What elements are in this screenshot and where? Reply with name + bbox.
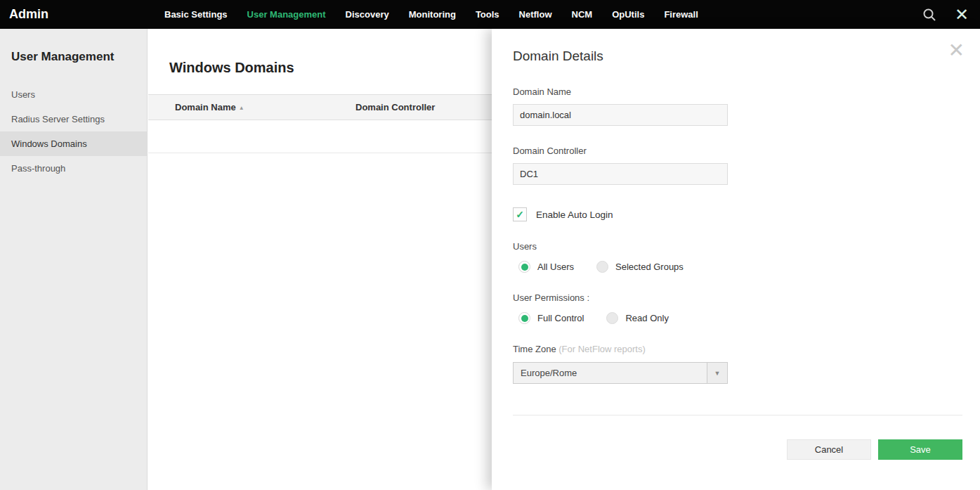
- timezone-label-text: Time Zone: [513, 344, 556, 354]
- nav-netflow[interactable]: Netflow: [509, 0, 562, 29]
- domain-controller-label: Domain Controller: [513, 146, 962, 156]
- column-header-domain-controller[interactable]: Domain Controller: [355, 102, 435, 112]
- search-icon[interactable]: [922, 8, 936, 22]
- topbar-close-icon[interactable]: ✕: [955, 8, 969, 22]
- panel-title: Domain Details: [513, 49, 962, 64]
- timezone-select[interactable]: Europe/Rome ▼: [513, 362, 728, 384]
- cancel-button[interactable]: Cancel: [787, 439, 871, 460]
- read-only-label: Read Only: [625, 313, 668, 323]
- chevron-down-icon: ▼: [714, 370, 721, 377]
- column-header-domain-name-label: Domain Name: [175, 102, 236, 112]
- radio-dot: [521, 264, 528, 271]
- timezone-selected-value: Europe/Rome: [514, 363, 707, 383]
- nav-ncm[interactable]: NCM: [562, 0, 603, 29]
- timezone-label: Time Zone (For NetFlow reports): [513, 344, 962, 354]
- all-users-label: All Users: [537, 262, 574, 272]
- full-control-label: Full Control: [537, 313, 584, 323]
- auto-login-checkbox[interactable]: ✓: [513, 207, 527, 221]
- panel-footer: Cancel Save: [513, 439, 962, 460]
- permissions-radio-group: Full Control Read Only: [513, 312, 962, 324]
- full-control-radio[interactable]: [518, 312, 530, 324]
- timezone-hint: (For NetFlow reports): [558, 344, 646, 354]
- radio-dot: [521, 315, 528, 322]
- domain-details-panel: Domain Details ✕ Domain Name Domain Cont…: [492, 29, 980, 490]
- sidebar-item-windows-domains[interactable]: Windows Domains: [0, 131, 147, 156]
- sort-asc-icon: ▲: [239, 105, 244, 111]
- column-header-domain-name[interactable]: Domain Name▲: [148, 102, 355, 112]
- timezone-dropdown-button[interactable]: ▼: [707, 363, 727, 383]
- sidebar-item-pass-through[interactable]: Pass-through: [0, 156, 147, 181]
- nav-tools[interactable]: Tools: [466, 0, 509, 29]
- sidebar: User Management Users Radius Server Sett…: [0, 29, 148, 490]
- user-permissions-label: User Permissions :: [513, 292, 962, 303]
- sidebar-item-radius-server-settings[interactable]: Radius Server Settings: [0, 107, 147, 131]
- domain-name-input[interactable]: [513, 104, 728, 126]
- check-icon: ✓: [516, 209, 524, 220]
- panel-close-icon[interactable]: ✕: [948, 41, 965, 60]
- auto-login-label: Enable Auto Login: [536, 209, 613, 220]
- topbar-right: ✕: [922, 8, 980, 22]
- save-button[interactable]: Save: [878, 439, 962, 460]
- read-only-radio[interactable]: [606, 312, 618, 324]
- brand-title: Admin: [0, 7, 148, 22]
- sidebar-item-users[interactable]: Users: [0, 82, 147, 107]
- domain-name-label: Domain Name: [513, 86, 962, 97]
- domain-controller-input[interactable]: [513, 163, 728, 185]
- users-radio-group: All Users Selected Groups: [513, 261, 962, 273]
- nav-discovery[interactable]: Discovery: [336, 0, 399, 29]
- nav-monitoring[interactable]: Monitoring: [399, 0, 466, 29]
- auto-login-row: ✓ Enable Auto Login: [513, 207, 962, 221]
- nav-oputils[interactable]: OpUtils: [602, 0, 654, 29]
- selected-groups-label: Selected Groups: [615, 262, 684, 272]
- panel-divider: [513, 415, 962, 415]
- nav-firewall[interactable]: Firewall: [654, 0, 707, 29]
- nav-user-management[interactable]: User Management: [237, 0, 336, 29]
- all-users-radio[interactable]: [518, 261, 530, 273]
- sidebar-title: User Management: [0, 29, 147, 82]
- top-navigation: Basic Settings User Management Discovery…: [155, 0, 708, 29]
- nav-basic-settings[interactable]: Basic Settings: [155, 0, 237, 29]
- users-label: Users: [513, 241, 962, 252]
- topbar: Admin Basic Settings User Management Dis…: [0, 0, 980, 29]
- selected-groups-radio[interactable]: [596, 261, 608, 273]
